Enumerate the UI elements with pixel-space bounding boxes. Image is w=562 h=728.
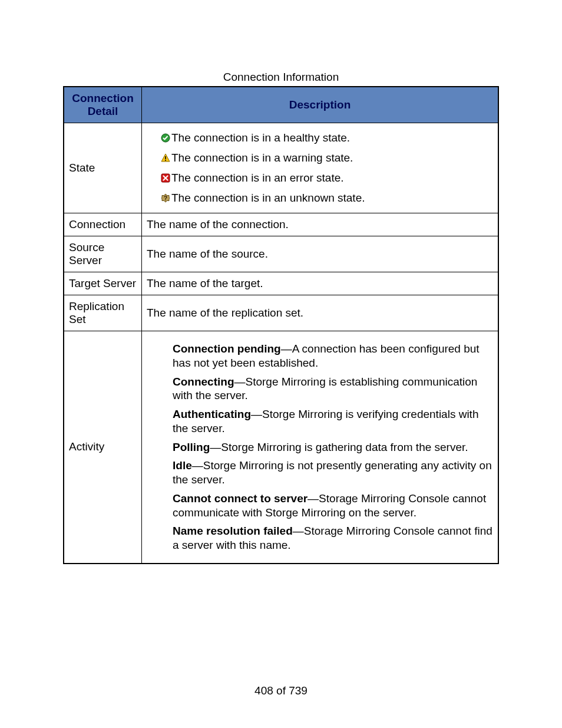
activity-term: Authenticating	[173, 408, 251, 420]
row-desc-replication-set: The name of the replication set.	[142, 295, 499, 331]
table-caption: Connection Information	[0, 71, 562, 84]
page: Connection Information Connection Detail…	[0, 0, 562, 728]
activity-term: Polling	[173, 441, 210, 453]
activity-term: Name resolution failed	[173, 525, 293, 537]
table-row: State The connection is in a healthy sta…	[64, 123, 498, 213]
page-number: 408 of 739	[0, 684, 562, 697]
state-text: The connection is in an error state.	[171, 172, 344, 185]
state-item-error: The connection is in an error state.	[161, 172, 493, 185]
state-list: The connection is in a healthy state. Th…	[147, 128, 493, 208]
healthy-icon	[161, 133, 170, 143]
activity-term: Connecting	[173, 375, 234, 388]
table-header-row: Connection Detail Description	[64, 87, 498, 123]
activity-item: Connecting—Storge Mirroring is establish…	[173, 375, 493, 403]
activity-item: Authenticating—Storge Mirroring is verif…	[173, 407, 493, 436]
error-icon	[161, 173, 170, 183]
activity-item: Polling—Storge Mirroring is gathering da…	[173, 440, 493, 454]
activity-item: Name resolution failed—Storage Mirroring…	[173, 524, 493, 552]
table-row: Activity Connection pending—A connection…	[64, 331, 498, 564]
table-row: Replication Set The name of the replicat…	[64, 295, 498, 331]
row-desc-source-server: The name of the source.	[142, 236, 499, 272]
warning-icon	[161, 153, 170, 163]
activity-term: Cannot connect to server	[173, 492, 308, 505]
table-row: Target Server The name of the target.	[64, 272, 498, 295]
activity-term: Connection pending	[173, 342, 281, 355]
col-header-detail: Connection Detail	[64, 87, 142, 123]
row-label-state: State	[64, 123, 142, 213]
state-item-unknown: The connection is in an unknown state.	[161, 192, 493, 205]
state-text: The connection is in a warning state.	[171, 151, 353, 164]
activity-list: Connection pending—A connection has been…	[147, 336, 493, 558]
activity-desc: Storge Mirroring is gathering data from …	[221, 441, 468, 453]
row-desc-connection: The name of the connection.	[142, 213, 499, 236]
activity-item: Cannot connect to server—Storage Mirrori…	[173, 492, 493, 520]
state-text: The connection is in a healthy state.	[171, 131, 350, 144]
col-header-description: Description	[142, 87, 499, 123]
table-row: Source Server The name of the source.	[64, 236, 498, 272]
row-desc-state: The connection is in a healthy state. Th…	[142, 123, 499, 213]
row-label-activity: Activity	[64, 331, 142, 564]
state-item-healthy: The connection is in a healthy state.	[161, 131, 493, 144]
row-label-connection: Connection	[64, 213, 142, 236]
state-item-warning: The connection is in a warning state.	[161, 151, 493, 164]
unknown-icon	[161, 193, 170, 203]
row-label-target-server: Target Server	[64, 272, 142, 295]
row-label-source-server: Source Server	[64, 236, 142, 272]
activity-desc: Storge Mirroring is not presently genera…	[173, 459, 492, 486]
row-desc-activity: Connection pending—A connection has been…	[142, 331, 499, 564]
activity-item: Idle—Storge Mirroring is not presently g…	[173, 459, 493, 487]
state-text: The connection is in an unknown state.	[171, 192, 365, 205]
activity-item: Connection pending—A connection has been…	[173, 342, 493, 370]
row-desc-target-server: The name of the target.	[142, 272, 499, 295]
row-label-replication-set: Replication Set	[64, 295, 142, 331]
activity-term: Idle	[173, 459, 192, 472]
table-row: Connection The name of the connection.	[64, 213, 498, 236]
connection-info-table: Connection Detail Description State The …	[63, 86, 499, 564]
